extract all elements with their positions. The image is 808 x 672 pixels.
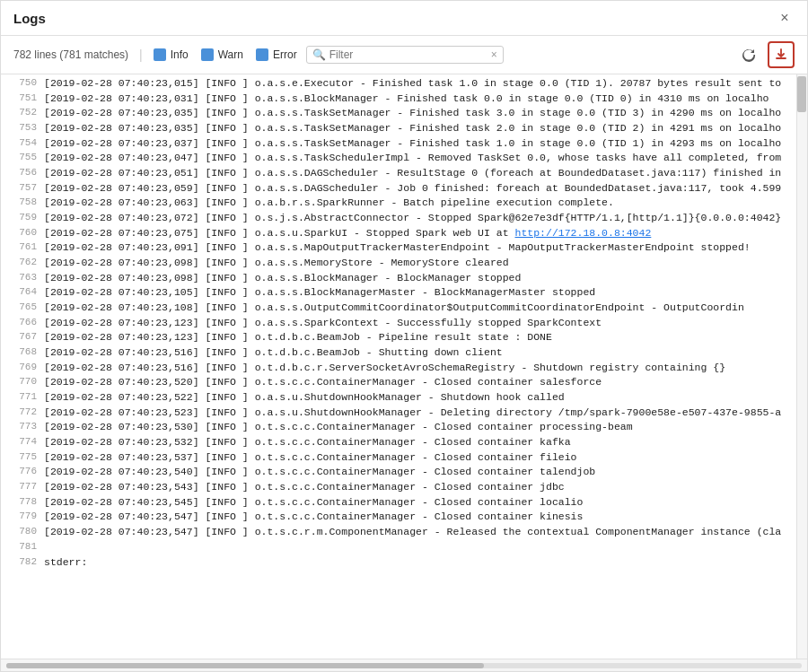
- log-line: 771[2019-02-28 07:40:23,522] [INFO ] o.a…: [1, 390, 796, 406]
- line-number: 780: [8, 525, 37, 540]
- line-content: [2019-02-28 07:40:23,545] [INFO ] o.t.s.…: [44, 495, 789, 511]
- line-content: [2019-02-28 07:40:23,031] [INFO ] o.a.s.…: [44, 92, 789, 107]
- line-content: [2019-02-28 07:40:23,098] [INFO ] o.a.s.…: [44, 256, 789, 271]
- log-line: 754[2019-02-28 07:40:23,037] [INFO ] o.a…: [1, 136, 796, 152]
- line-number: 763: [8, 271, 37, 286]
- line-number: 752: [8, 106, 37, 121]
- line-content: [2019-02-28 07:40:23,547] [INFO ] o.t.s.…: [44, 525, 789, 540]
- filter-warn-label: Warn: [218, 48, 243, 61]
- scrollbar-vertical[interactable]: [796, 74, 807, 659]
- line-number: 765: [8, 301, 37, 316]
- line-content: [2019-02-28 07:40:23,547] [INFO ] o.t.s.…: [44, 510, 789, 525]
- warn-checkbox-icon: [201, 48, 214, 61]
- line-content: [2019-02-28 07:40:23,015] [INFO ] o.a.s.…: [44, 76, 789, 92]
- log-line: 756[2019-02-28 07:40:23,051] [INFO ] o.a…: [1, 166, 796, 181]
- log-line: 768[2019-02-28 07:40:23,516] [INFO ] o.t…: [1, 345, 796, 361]
- line-number: 751: [8, 92, 37, 107]
- line-content: [2019-02-28 07:40:23,540] [INFO ] o.t.s.…: [44, 465, 789, 480]
- filter-group: Info Warn Error: [154, 48, 297, 61]
- log-line: 774[2019-02-28 07:40:23,532] [INFO ] o.t…: [1, 435, 796, 450]
- line-content: [2019-02-28 07:40:23,072] [INFO ] o.s.j.…: [44, 211, 789, 226]
- line-number: 759: [8, 211, 37, 226]
- log-line: 780[2019-02-28 07:40:23,547] [INFO ] o.t…: [1, 525, 796, 540]
- filter-error-label: Error: [273, 48, 297, 61]
- line-content: [2019-02-28 07:40:23,059] [INFO ] o.a.s.…: [44, 181, 789, 196]
- close-button[interactable]: ×: [775, 8, 795, 28]
- line-content: [2019-02-28 07:40:23,035] [INFO ] o.a.s.…: [44, 121, 789, 136]
- log-line: 765[2019-02-28 07:40:23,108] [INFO ] o.a…: [1, 301, 796, 316]
- filter-warn-toggle[interactable]: Warn: [201, 48, 243, 61]
- line-content: [2019-02-28 07:40:23,075] [INFO ] o.a.s.…: [44, 226, 789, 241]
- log-line: 778[2019-02-28 07:40:23,545] [INFO ] o.t…: [1, 495, 796, 511]
- search-box: 🔍 ×: [306, 46, 504, 64]
- log-line: 766[2019-02-28 07:40:23,123] [INFO ] o.a…: [1, 316, 796, 331]
- log-line: 758[2019-02-28 07:40:23,063] [INFO ] o.a…: [1, 196, 796, 211]
- line-content: [2019-02-28 07:40:23,051] [INFO ] o.a.s.…: [44, 166, 789, 181]
- log-line: 753[2019-02-28 07:40:23,035] [INFO ] o.a…: [1, 121, 796, 136]
- line-content: [2019-02-28 07:40:23,532] [INFO ] o.t.s.…: [44, 435, 789, 450]
- main-area: 750[2019-02-28 07:40:23,015] [INFO ] o.a…: [1, 74, 807, 659]
- line-number: 757: [8, 181, 37, 196]
- line-number: 773: [8, 420, 37, 435]
- refresh-button[interactable]: [735, 41, 762, 68]
- scrollbar-thumb-horizontal[interactable]: [6, 663, 484, 668]
- info-checkbox-icon: [154, 48, 166, 61]
- log-line: 751[2019-02-28 07:40:23,031] [INFO ] o.a…: [1, 92, 796, 107]
- error-checkbox-icon: [256, 48, 268, 61]
- line-number: 772: [8, 406, 37, 421]
- log-line: 767[2019-02-28 07:40:23,123] [INFO ] o.t…: [1, 330, 796, 345]
- toolbar: 782 lines (781 matches) | Info Warn Erro…: [1, 36, 807, 74]
- log-container[interactable]: 750[2019-02-28 07:40:23,015] [INFO ] o.a…: [1, 74, 796, 659]
- line-content: [2019-02-28 07:40:23,063] [INFO ] o.a.b.…: [44, 196, 789, 211]
- line-number: 782: [8, 555, 37, 571]
- filter-error-toggle[interactable]: Error: [256, 48, 297, 61]
- log-line: 775[2019-02-28 07:40:23,537] [INFO ] o.t…: [1, 450, 796, 466]
- divider: |: [139, 48, 143, 62]
- line-content: [2019-02-28 07:40:23,037] [INFO ] o.a.s.…: [44, 136, 789, 152]
- log-line: 772[2019-02-28 07:40:23,523] [INFO ] o.a…: [1, 406, 796, 421]
- download-button[interactable]: [768, 41, 795, 68]
- logs-window: Logs × 782 lines (781 matches) | Info Wa…: [0, 0, 808, 672]
- window-title: Logs: [13, 11, 46, 26]
- log-line: 781: [1, 540, 796, 555]
- scrollbar-thumb[interactable]: [797, 76, 806, 112]
- clear-search-icon[interactable]: ×: [491, 48, 497, 61]
- scrollbar-track-horizontal[interactable]: [6, 663, 802, 668]
- log-line: 750[2019-02-28 07:40:23,015] [INFO ] o.a…: [1, 76, 796, 92]
- line-number: 764: [8, 285, 37, 301]
- line-number: 761: [8, 240, 37, 256]
- line-content: [2019-02-28 07:40:23,522] [INFO ] o.a.s.…: [44, 390, 789, 406]
- line-number: 754: [8, 136, 37, 152]
- line-content: [2019-02-28 07:40:23,516] [INFO ] o.t.d.…: [44, 345, 789, 361]
- toolbar-actions: [735, 41, 795, 68]
- log-link[interactable]: http://172.18.0.8:4042: [515, 227, 652, 239]
- line-content: [2019-02-28 07:40:23,108] [INFO ] o.a.s.…: [44, 301, 789, 316]
- log-line: 761[2019-02-28 07:40:23,091] [INFO ] o.a…: [1, 240, 796, 256]
- line-number: 768: [8, 345, 37, 361]
- search-icon: 🔍: [312, 48, 326, 61]
- log-line: 763[2019-02-28 07:40:23,098] [INFO ] o.a…: [1, 271, 796, 286]
- line-content: [2019-02-28 07:40:23,523] [INFO ] o.a.s.…: [44, 406, 789, 421]
- search-input[interactable]: [329, 48, 487, 61]
- line-number: 756: [8, 166, 37, 181]
- log-line: 779[2019-02-28 07:40:23,547] [INFO ] o.t…: [1, 510, 796, 525]
- log-line: 769[2019-02-28 07:40:23,516] [INFO ] o.t…: [1, 361, 796, 376]
- line-content: stderr:: [44, 555, 789, 571]
- log-line: 773[2019-02-28 07:40:23,530] [INFO ] o.t…: [1, 420, 796, 435]
- line-number: 771: [8, 390, 37, 406]
- log-line: 755[2019-02-28 07:40:23,047] [INFO ] o.a…: [1, 151, 796, 166]
- log-line: 760[2019-02-28 07:40:23,075] [INFO ] o.a…: [1, 226, 796, 241]
- line-number: 775: [8, 450, 37, 466]
- line-number: 766: [8, 316, 37, 331]
- line-number: 755: [8, 151, 37, 166]
- filter-info-toggle[interactable]: Info: [154, 48, 189, 61]
- line-number: 777: [8, 480, 37, 495]
- line-count: 782 lines (781 matches): [13, 48, 128, 61]
- download-icon: [774, 48, 788, 62]
- line-number: 758: [8, 196, 37, 211]
- log-line: 757[2019-02-28 07:40:23,059] [INFO ] o.a…: [1, 181, 796, 196]
- line-number: 762: [8, 256, 37, 271]
- line-number: 770: [8, 375, 37, 390]
- line-content: [2019-02-28 07:40:23,047] [INFO ] o.a.s.…: [44, 151, 789, 166]
- log-line: 762[2019-02-28 07:40:23,098] [INFO ] o.a…: [1, 256, 796, 271]
